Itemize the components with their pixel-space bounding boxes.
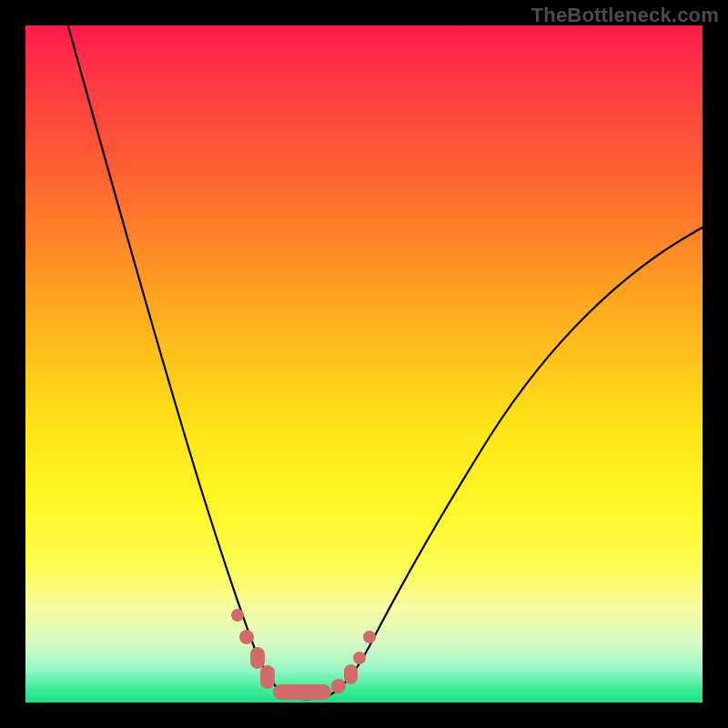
marker-pill	[260, 665, 275, 689]
watermark-text: TheBottleneck.com	[531, 4, 719, 27]
outer-frame: TheBottleneck.com	[0, 0, 728, 728]
marker-dot	[353, 652, 366, 664]
marker-dot	[239, 630, 254, 644]
bottleneck-curve	[25, 25, 703, 703]
marker-pill	[273, 684, 331, 700]
curve-right-branch	[326, 228, 703, 697]
marker-pill	[250, 647, 265, 669]
plot-area	[25, 25, 703, 703]
marker-dot	[363, 631, 376, 643]
marker-dot	[331, 679, 346, 693]
marker-dot	[231, 609, 244, 622]
marker-pill	[344, 664, 358, 684]
curve-left-branch	[66, 25, 287, 696]
